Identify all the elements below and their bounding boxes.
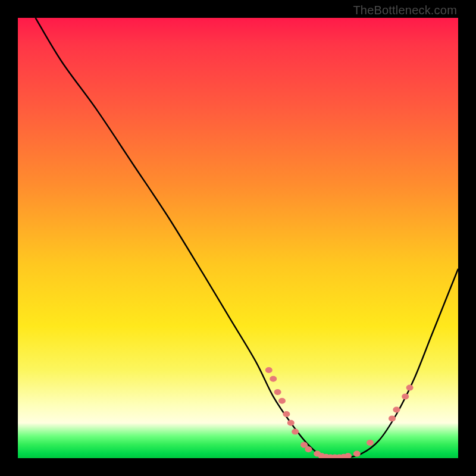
plot-area <box>18 18 458 458</box>
chart-frame <box>18 18 458 458</box>
gradient-background <box>18 18 458 458</box>
watermark-text: TheBottleneck.com <box>353 4 457 17</box>
